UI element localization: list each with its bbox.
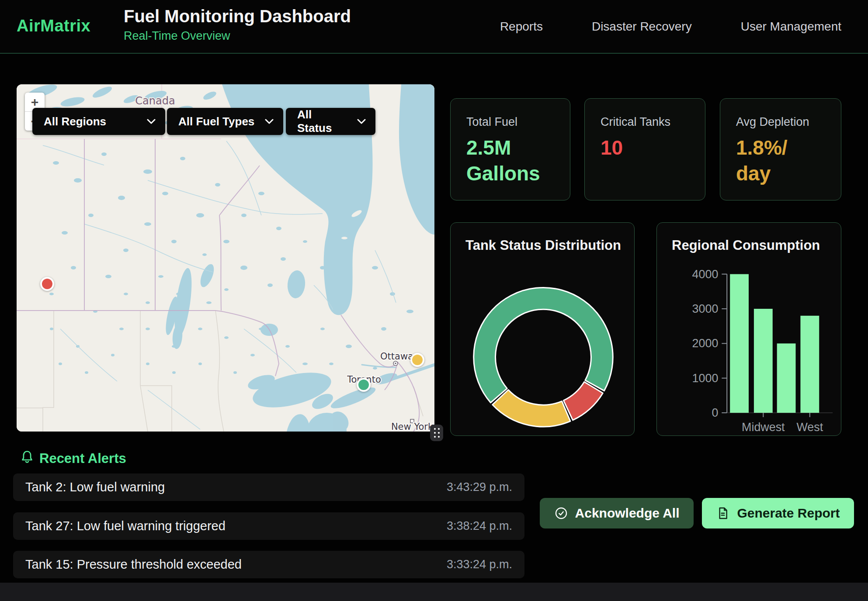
- bell-icon: [19, 449, 35, 466]
- filter-all-status[interactable]: All Status: [286, 108, 375, 135]
- x-axis-tick-label: Midwest: [742, 421, 785, 434]
- filter-label: All Status: [297, 108, 349, 135]
- alert-timestamp: 3:38:24 p.m.: [447, 519, 512, 533]
- tank-marker-warning[interactable]: [410, 353, 424, 367]
- app-header: AirMatrix Fuel Monitoring Dashboard Real…: [0, 0, 868, 54]
- tank-marker-normal[interactable]: [357, 378, 371, 392]
- tank-status-panel: Tank Status Distribution: [450, 222, 635, 436]
- bar-chart: 01000200030004000MidwestWest: [657, 223, 841, 435]
- brand-logo: AirMatrix: [17, 17, 90, 35]
- alert-message: Tank 15: Pressure threshold exceeded: [25, 557, 242, 572]
- title-block: Fuel Monitoring Dashboard Real-Time Over…: [124, 7, 351, 43]
- stat-value: 2.5MGallons: [466, 135, 566, 187]
- chevron-down-icon: [147, 119, 156, 124]
- stat-label: Avg Depletion: [736, 115, 837, 129]
- generate-report-label: Generate Report: [737, 506, 840, 521]
- grip-dots-icon: [434, 428, 440, 438]
- chevron-down-icon: [265, 119, 274, 124]
- filter-all-fuel-types[interactable]: All Fuel Types: [167, 108, 283, 135]
- chevron-down-icon: [357, 119, 366, 124]
- alert-row[interactable]: Tank 27: Low fuel warning triggered3:38:…: [13, 512, 524, 540]
- acknowledge-all-button[interactable]: Acknowledge All: [540, 498, 694, 528]
- generate-report-button[interactable]: Generate Report: [702, 498, 854, 528]
- regional-consumption-panel: Regional Consumption 01000200030004000Mi…: [656, 222, 841, 436]
- donut-chart-title: Tank Status Distribution: [465, 238, 621, 253]
- map-resize-handle[interactable]: [430, 425, 443, 441]
- map-label-canada: Canada: [135, 95, 175, 107]
- donut-chart: [451, 223, 634, 435]
- alert-message: Tank 27: Low fuel warning triggered: [25, 519, 226, 533]
- alert-timestamp: 3:43:29 p.m.: [447, 480, 512, 494]
- alerts-section-title: Recent Alerts: [39, 451, 126, 466]
- bottom-bar: [0, 583, 868, 601]
- tank-marker-critical[interactable]: [40, 277, 54, 291]
- stat-card-total-fuel: Total Fuel2.5MGallons: [450, 98, 570, 200]
- stat-card-avg-depletion: Avg Depletion1.8%/day: [720, 98, 841, 200]
- donut-segment-warning: [493, 390, 570, 426]
- map-panel[interactable]: CanadaOttawaTorontoNew York + − All Regi…: [17, 84, 434, 432]
- y-axis-tick-label: 3000: [692, 302, 719, 315]
- filter-all-regions[interactable]: All Regions: [32, 108, 165, 135]
- map-geography: CanadaOttawaTorontoNew York: [17, 84, 434, 432]
- stat-label: Total Fuel: [466, 115, 566, 129]
- alert-row[interactable]: Tank 2: Low fuel warning3:43:29 p.m.: [13, 473, 524, 501]
- y-axis-tick-label: 1000: [692, 372, 719, 385]
- alert-row[interactable]: Tank 15: Pressure threshold exceeded3:33…: [13, 551, 524, 578]
- acknowledge-all-label: Acknowledge All: [575, 506, 680, 521]
- alert-timestamp: 3:33:24 p.m.: [447, 558, 512, 571]
- x-axis-tick-label: West: [796, 421, 823, 434]
- bar-category-3: [777, 343, 796, 413]
- bar-category-1: [730, 274, 749, 413]
- report-document-icon: [716, 506, 730, 520]
- bar-west: [800, 316, 819, 413]
- map-label-ottawa: Ottawa: [380, 351, 413, 362]
- filter-label: All Regions: [44, 115, 106, 128]
- y-axis-tick-label: 4000: [692, 268, 719, 281]
- map-label-new-york: New York: [391, 421, 434, 432]
- header-nav: ReportsDisaster RecoveryUser Management: [500, 0, 841, 53]
- stat-label: Critical Tanks: [601, 115, 701, 129]
- bar-midwest: [754, 309, 773, 413]
- nav-user-management[interactable]: User Management: [741, 20, 841, 34]
- nav-reports[interactable]: Reports: [500, 20, 543, 34]
- y-axis-tick-label: 2000: [692, 337, 719, 350]
- filter-label: All Fuel Types: [178, 115, 254, 128]
- stat-value: 10: [601, 135, 701, 161]
- page-subtitle: Real-Time Overview: [124, 29, 351, 43]
- stat-card-critical-tanks: Critical Tanks10: [584, 98, 705, 200]
- alert-message: Tank 2: Low fuel warning: [25, 480, 165, 494]
- bar-chart-title: Regional Consumption: [672, 238, 820, 253]
- donut-segment-critical: [563, 382, 603, 420]
- y-axis-tick-label: 0: [712, 406, 718, 419]
- page-title: Fuel Monitoring Dashboard: [124, 7, 351, 26]
- check-circle-icon: [554, 506, 568, 520]
- donut-segment-normal: [474, 287, 613, 403]
- nav-disaster-recovery[interactable]: Disaster Recovery: [592, 20, 692, 34]
- stat-value: 1.8%/day: [736, 135, 837, 187]
